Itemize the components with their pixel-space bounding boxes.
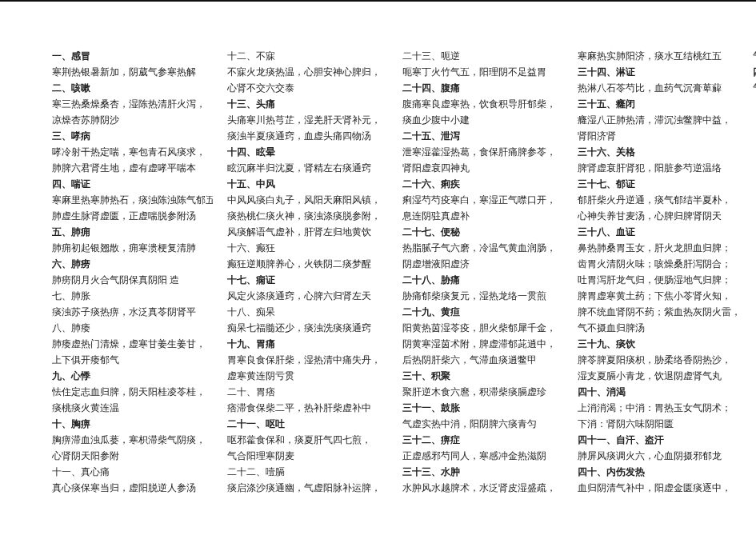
- section-heading: 十七、痫证: [227, 272, 388, 288]
- section-heading: 二十六、痢疾: [402, 176, 563, 192]
- text-line: 阴虚增液阳虚济: [402, 256, 563, 272]
- section-heading: 六、肺痨: [52, 256, 213, 272]
- text-line: 痰浊半夏痰通窍，血虚头痛四物汤: [227, 128, 388, 144]
- text-line: 鼻热肺桑胃玉女，肝火龙胆血归脾；: [578, 240, 738, 256]
- text-line: 气合阳理寒阴麦: [227, 448, 388, 464]
- section-heading: 四十、消渴: [578, 384, 738, 400]
- section-heading: 三十二、痹症: [402, 432, 563, 448]
- text-line: 痴呆七福髓还少，痰浊洗痰痰通窍: [227, 320, 388, 336]
- text-line: 腹痛寒良虚寒热，饮食积导肝郁柴，: [402, 96, 563, 112]
- text-line: 痰启涤沙痰通幽，气虚阳脉补运脾，: [227, 480, 388, 496]
- text-line: 哮冷射干热定喘，寒包青石风痰求，: [52, 144, 213, 160]
- section-heading: 四、喘证: [52, 176, 213, 192]
- text-line: 虚寒黄连阴亏贯: [227, 368, 388, 384]
- text-line: 二十三、呃逆: [402, 48, 563, 64]
- text-line: 上消消渴；中消：胃热玉女气阴术；: [578, 400, 738, 416]
- text-line: 眩沉麻半归沈夏，肾精左右痰通窍: [227, 160, 388, 176]
- text-line: 心神失养甘麦汤，心脾归脾肾阴天: [578, 208, 738, 224]
- text-line: 胸痹滞血浊瓜蒌，寒枳滞柴气阴痰，: [52, 432, 213, 448]
- text-line: 水肿风水越脾术，水泛肾皮湿盛疏，: [402, 480, 563, 496]
- text-line: 十二、不寐: [227, 48, 388, 64]
- text-line: 十一、真心痛: [52, 464, 213, 480]
- text-line: 凉燥杏苏肺阴沙: [52, 112, 213, 128]
- text-line: 中风风痰白丸子，风阳天麻阳风镇，: [227, 192, 388, 208]
- text-line: 肺痨阴月火合气阴保真阴阳 造: [52, 272, 213, 288]
- text-line: 风定火涤痰通窍，心脾六归肾左天: [227, 288, 388, 304]
- text-line: 肾阳虚衰四神丸: [402, 160, 563, 176]
- section-heading: 二十四、腹痛: [402, 80, 563, 96]
- text-line: 七、肺胀: [52, 288, 213, 304]
- text-line: 胃寒良食保肝柴，湿热清中痛失丹，: [227, 352, 388, 368]
- section-heading: 三十三、水肿: [402, 464, 563, 480]
- text-line: 胁痛郁柴痰复元，湿热龙络一贯煎: [402, 288, 563, 304]
- text-line: 齿胃火清阴火味；咳燥桑肝泻阴合；: [578, 256, 738, 272]
- text-line: 气郁丹瘀痰血府: [753, 48, 756, 64]
- text-line: 阳黄热茵湿苓疫，胆火柴郁犀千金，: [402, 320, 563, 336]
- text-line: 痢湿芍芍疫寒白，寒湿正气噤口开，: [402, 192, 563, 208]
- section-heading: 九、心悸: [52, 368, 213, 384]
- text-line: 癫狂逆顺脾养心，火铁阴二痰梦醒: [227, 256, 388, 272]
- text-line: 十八、痴呆: [227, 304, 388, 320]
- text-line: 血归阴清气补中，阳虚金匮痰逐中，: [578, 480, 738, 496]
- section-heading: 四十一、自汗、盗汗: [578, 432, 738, 448]
- section-heading: 二、咳嗽: [52, 80, 213, 96]
- section-heading: 十五、中风: [227, 176, 388, 192]
- section-heading: 十三、头痛: [227, 96, 388, 112]
- section-heading: 二十一、呕吐: [227, 416, 388, 432]
- text-line: 吐胃泻肝龙气归，便肠湿地气归脾；: [578, 272, 738, 288]
- text-line: 肾阳济肾: [578, 128, 738, 144]
- section-heading: 三、哮病: [52, 128, 213, 144]
- section-heading: 五、肺痈: [52, 224, 213, 240]
- text-line: 下消：肾阴六味阴阳匮: [578, 416, 738, 432]
- text-line: 息连阴驻真虚补: [402, 208, 563, 224]
- text-line: 痞滞食保柴二平，热补肝柴虚补中: [227, 400, 388, 416]
- section-heading: 四十一、虚劳: [753, 64, 756, 80]
- text-line: 真心痰保寒当归，虚阳脱逆人参汤: [52, 480, 213, 496]
- section-heading: 二十五、泄泻: [402, 128, 563, 144]
- text-line: 寒麻里热寒肺热石，痰浊陈浊陈气郁五，: [52, 192, 213, 208]
- section-heading: 三十五、癃闭: [578, 96, 738, 112]
- text-line: 心肾阴天阳参附: [52, 448, 213, 464]
- text-line: 脾不统血肾阴不药；紫血热灰阴火雷，: [578, 304, 738, 320]
- text-line: 寒麻热实肺阳济，痰水互结桃红五: [578, 48, 738, 64]
- text-line: 八、肺痿: [52, 320, 213, 336]
- text-line: 怯住定志血归脾，阴天阳桂凌苓桂，: [52, 384, 213, 400]
- section-heading: 二十八、胁痛: [402, 272, 563, 288]
- section-heading: 三十九、痰饮: [578, 336, 738, 352]
- text-line: 泄寒湿藿湿热葛，食保肝痛脾参苓，: [402, 144, 563, 160]
- text-line: 脾胃虚寒黄土药；下焦小苓肾火知，: [578, 288, 738, 304]
- text-line: 聚肝逆木食六麿，积滞柴痰膈虚珍: [402, 384, 563, 400]
- section-heading: 二十九、黄疸: [402, 304, 563, 320]
- text-line: 后热阴肝柴六，气滞血痰逍鳖甲: [402, 352, 563, 368]
- text-line: 不寐火龙痰热温，心胆安神心脾归，: [227, 64, 388, 80]
- section-heading: 一、感冒: [52, 48, 213, 64]
- section-heading: 三十七、郁证: [578, 176, 738, 192]
- section-heading: 二十七、便秘: [402, 224, 563, 240]
- text-line: 阴黄寒湿茵术附，脾虚滞郁茈逍中，: [402, 336, 563, 352]
- text-line: 肺痿虚热门清燥，虚寒甘姜生姜甘，: [52, 336, 213, 352]
- text-line: 心肾不交六交泰: [227, 80, 388, 96]
- text-line: 头痛寒川热芎芷，湿羌肝天肾补元，: [227, 112, 388, 128]
- section-heading: 十九、胃痛: [227, 336, 388, 352]
- section-heading: 三十八、血证: [578, 224, 738, 240]
- text-line: 痰血少腹中小建: [402, 112, 563, 128]
- text-line: 寒三热桑燥桑杏，湿陈热清肝火泻，: [52, 96, 213, 112]
- text-line: 呃寒丁火竹气五，阳理阴不足益胃: [402, 64, 563, 80]
- text-line: 癃湿八正肺热清，滞沉浊鳖脾中益，: [578, 112, 738, 128]
- text-line: 气虚实热中消，阳阴脾六痰青匀: [402, 416, 563, 432]
- text-line: 风痰解语气虚补，肝肾左归地黄饮: [227, 224, 388, 240]
- text-line: 肺脾六君肾生地，虚有虚哮平喘本: [52, 160, 213, 176]
- text-line: 湿支夏膈小青龙，饮退阴虚肾气丸: [578, 368, 738, 384]
- text-line: 二十、胃痞: [227, 384, 388, 400]
- text-line: 痰桃痰火黄连温: [52, 400, 213, 416]
- text-line: 十六、癫狂: [227, 240, 388, 256]
- document-page: 一、感冒寒荆热银暑新加，阴葳气参寒热解二、咳嗽寒三热桑燥桑杏，湿陈热清肝火泻，凉…: [0, 0, 756, 535]
- section-heading: 十、胸痹: [52, 416, 213, 432]
- text-line: 二十二、噎膈: [227, 464, 388, 480]
- section-heading: 三十四、淋证: [578, 64, 738, 80]
- text-line: 肺屏风痰调火六，心血阴摄邪郁龙: [578, 448, 738, 464]
- text-line: 呕邪藿食保和，痰夏肝气四七煎，: [227, 432, 388, 448]
- text-line: 热淋八石苓芍比，血药气沉膏萆薢: [578, 80, 738, 96]
- text-line: 热脂腻子气六磨，冷温气黄血润肠，: [402, 240, 563, 256]
- section-heading: 三十六、关格: [578, 144, 738, 160]
